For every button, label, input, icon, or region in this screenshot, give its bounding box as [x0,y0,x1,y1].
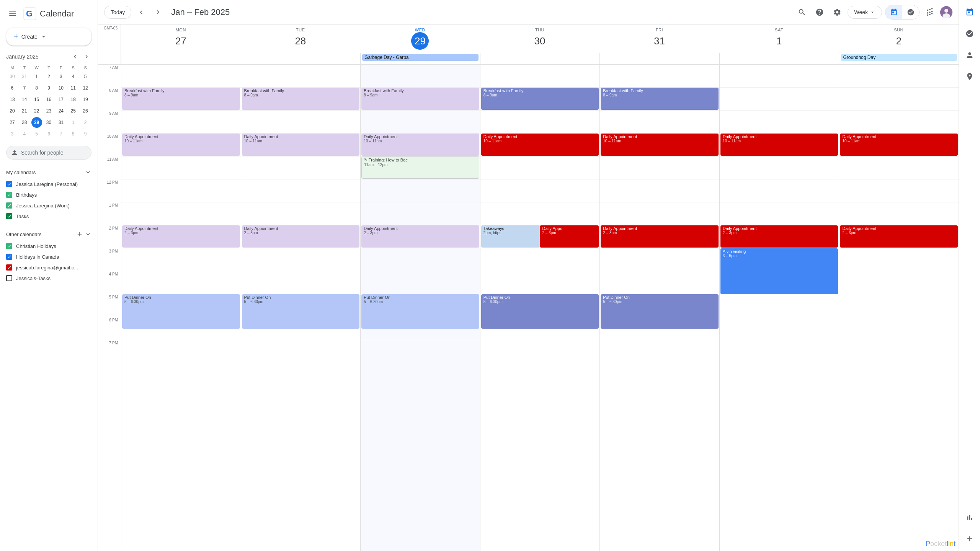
day-num-mon[interactable]: 27 [172,32,189,50]
calendar-item-gmail[interactable]: jessicab.laregina@gmail.c... [0,262,98,273]
event-daily-appt-2-wed[interactable]: Daily Appointment 2 – 3pm [361,225,479,248]
mini-day[interactable]: 31 [19,71,30,82]
calendar-item-work[interactable]: Jessica Laregina (Work) [0,200,98,211]
mini-day[interactable]: 8 [31,83,42,93]
event-daily-appt-10-thu[interactable]: Daily Appointment 10 – 11am [481,134,599,156]
mini-calendar-next[interactable] [82,52,91,62]
event-alvin-sat[interactable]: Alvin visiting 3 – 5pm [720,248,838,294]
task-view-button[interactable] [902,5,919,19]
mini-day[interactable]: 9 [43,83,54,93]
week-view-button[interactable]: Week [848,6,882,19]
day-num-fri[interactable]: 31 [651,32,668,50]
groundhog-day-event[interactable]: Groundhog Day [841,54,957,61]
event-dinner-tue[interactable]: Put Dinner On 5 – 6:30pm [242,294,360,329]
mini-day[interactable]: 13 [7,94,18,105]
day-num-wed[interactable]: 29 [411,32,429,50]
day-num-sun[interactable]: 2 [890,32,908,50]
mini-day-today[interactable]: 29 [31,117,42,128]
calendar-item-christian[interactable]: Christian Holidays [0,241,98,251]
next-period-button[interactable] [151,5,165,19]
day-num-sat[interactable]: 1 [770,32,788,50]
event-breakfast-tue[interactable]: Breakfast with Family 8 – 9am [242,88,360,110]
event-dinner-fri[interactable]: Put Dinner On 5 – 6:30pm [601,294,719,329]
hamburger-button[interactable] [6,8,19,19]
mini-day[interactable]: 17 [56,94,66,105]
mini-day[interactable]: 11 [68,83,78,93]
mini-day[interactable]: 6 [43,129,54,139]
other-calendars-add-icon[interactable] [76,231,83,238]
mini-day[interactable]: 19 [80,94,91,105]
event-daily-appt-10-mon[interactable]: Daily Appointment 10 – 11am [122,134,240,156]
event-dinner-mon[interactable]: Put Dinner On 5 – 6:30pm [122,294,240,329]
my-calendars-header[interactable]: My calendars [0,166,98,179]
calendar-view-button[interactable] [885,5,902,19]
calendar-item-holidays-canada[interactable]: Holidays in Canada [0,251,98,262]
mini-day[interactable]: 7 [56,129,66,139]
mini-day[interactable]: 20 [7,106,18,116]
mini-day[interactable]: 27 [7,117,18,128]
event-dinner-wed[interactable]: Put Dinner On 5 – 6:30pm [361,294,479,329]
calendar-item-personal[interactable]: Jessica Laregina (Personal) [0,179,98,189]
rp-add-icon[interactable] [962,531,977,546]
mini-day[interactable]: 4 [19,129,30,139]
mini-day[interactable]: 22 [31,106,42,116]
mini-day[interactable]: 31 [56,117,66,128]
mini-day[interactable]: 3 [7,129,18,139]
mini-day[interactable]: 30 [43,117,54,128]
mini-day[interactable]: 9 [80,129,91,139]
rp-maps-icon[interactable] [962,69,977,84]
mini-day[interactable]: 7 [19,83,30,93]
mini-day[interactable]: 8 [68,129,78,139]
event-daily-appt-2-mon[interactable]: Daily Appointment 2 – 3pm [122,225,240,248]
mini-day[interactable]: 23 [43,106,54,116]
rp-person-icon[interactable] [962,47,977,63]
event-daily-appt-2-sun[interactable]: Daily Appointment 2 – 3pm [840,225,958,248]
mini-day[interactable]: 14 [19,94,30,105]
mini-day[interactable]: 12 [80,83,91,93]
event-daily-appt-2-fri[interactable]: Daily Appointment 2 – 3pm [601,225,719,248]
mini-day[interactable]: 6 [7,83,18,93]
event-training-wed[interactable]: ↻ Training: How to Bec 11am – 12pm [361,156,479,179]
mini-day[interactable]: 1 [68,117,78,128]
event-daily-appt-10-wed[interactable]: Daily Appointment 10 – 11am [361,134,479,156]
event-breakfast-fri[interactable]: Breakfast with Family 8 – 9am [601,88,719,110]
mini-day[interactable]: 28 [19,117,30,128]
user-avatar[interactable] [940,6,952,18]
event-breakfast-wed[interactable]: Breakfast with Family 8 – 9am [361,88,479,110]
other-calendars-header[interactable]: Other calendars [0,228,98,241]
event-takeaways-thu[interactable]: Takeaways 2pm, https: [481,225,540,248]
event-daily-appt-10-fri[interactable]: Daily Appointment 10 – 11am [601,134,719,156]
rp-check-icon[interactable] [962,26,977,41]
mini-day[interactable]: 21 [19,106,30,116]
event-daily-appt-10-sat[interactable]: Daily Appointment 10 – 11am [720,134,838,156]
mini-day[interactable]: 2 [43,71,54,82]
mini-day[interactable]: 3 [56,71,66,82]
mini-day[interactable]: 1 [31,71,42,82]
rp-calendar-icon[interactable] [962,5,977,20]
mini-day[interactable]: 30 [7,71,18,82]
apps-button[interactable] [923,5,937,20]
day-num-thu[interactable]: 30 [531,32,549,50]
mini-calendar-prev[interactable] [70,52,80,62]
mini-day[interactable]: 24 [56,106,66,116]
mini-day[interactable]: 10 [56,83,66,93]
event-daily-appt-2-thu[interactable]: Daily Appo 2 – 3pm [540,225,599,248]
search-button[interactable] [795,5,809,20]
calendar-item-birthdays[interactable]: Birthdays [0,189,98,200]
mini-day[interactable]: 5 [80,71,91,82]
event-daily-appt-10-sun[interactable]: Daily Appointment 10 – 11am [840,134,958,156]
help-button[interactable] [812,5,827,20]
mini-day[interactable]: 18 [68,94,78,105]
rp-chart-icon[interactable] [962,510,977,525]
event-dinner-thu[interactable]: Put Dinner On 5 – 6:30pm [481,294,599,329]
event-daily-appt-10-tue[interactable]: Daily Appointment 10 – 11am [242,134,360,156]
mini-day[interactable]: 5 [31,129,42,139]
settings-button[interactable] [830,5,844,20]
prev-period-button[interactable] [134,5,148,19]
event-breakfast-thu[interactable]: Breakfast with Family 8 – 9am [481,88,599,110]
mini-day[interactable]: 4 [68,71,78,82]
mini-day[interactable]: 16 [43,94,54,105]
day-num-tue[interactable]: 28 [292,32,309,50]
garbage-day-event[interactable]: Garbage Day - Garba [362,54,479,61]
event-daily-appt-2-sat[interactable]: Daily Appointment 2 – 3pm [720,225,838,248]
